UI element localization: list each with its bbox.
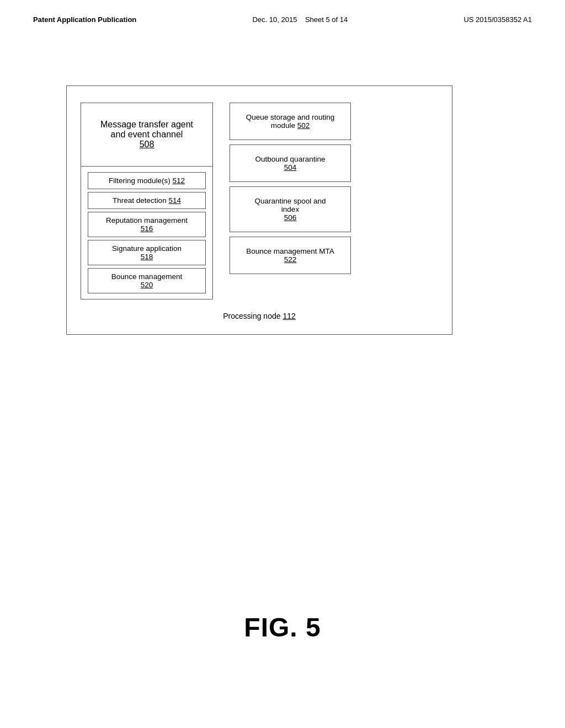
page-header: Patent Application Publication Dec. 10, … (0, 0, 565, 24)
quarantine-line1: Quarantine spool and (254, 197, 326, 205)
queue-storage-box: Queue storage and routing module 502 (230, 103, 351, 140)
bounce-left-number: 520 (141, 281, 153, 289)
filtering-module-box: Filtering module(s) 512 (88, 172, 206, 189)
mta-line1: Message transfer agent (100, 120, 193, 130)
queue-line2: module (271, 121, 297, 130)
signature-label: Signature application (112, 244, 182, 253)
header-date: Dec. 10, 2015 (252, 15, 297, 24)
threat-number: 514 (168, 196, 181, 205)
queue-number: 502 (297, 121, 310, 130)
message-transfer-agent-box: Message transfer agent and event channel… (81, 103, 212, 167)
signature-number: 518 (141, 253, 153, 261)
reputation-management-box: Reputation management 516 (88, 212, 206, 237)
left-column: Message transfer agent and event channel… (81, 103, 213, 299)
processing-number: 112 (282, 312, 295, 320)
processing-node-label: Processing node 112 (81, 312, 438, 320)
threat-detection-box: Threat detection 514 (88, 192, 206, 209)
filtering-number: 512 (173, 176, 185, 185)
reputation-label: Reputation management (106, 216, 188, 224)
quarantine-line2: index (281, 205, 299, 213)
bounce-management-left-box: Bounce management 520 (88, 268, 206, 293)
outbound-label: Outbound quarantine (255, 155, 326, 163)
mta-line2: and event channel (111, 130, 183, 140)
diagram-inner: Message transfer agent and event channel… (81, 103, 438, 299)
bounce-mta-label: Bounce management MTA (246, 247, 334, 255)
quarantine-number: 506 (284, 213, 297, 222)
processing-label: Processing node (223, 312, 282, 320)
threat-label: Threat detection (113, 196, 168, 205)
left-bottom-section: Filtering module(s) 512 Threat detection… (81, 167, 212, 299)
bounce-left-label: Bounce management (111, 272, 182, 281)
header-patent-number: US 2015/0358352 A1 (463, 15, 532, 24)
outbound-quarantine-box: Outbound quarantine 504 (230, 144, 351, 182)
queue-line1: Queue storage and routing (246, 113, 335, 121)
bounce-management-mta-box: Bounce management MTA 522 (230, 237, 351, 274)
header-date-sheet: Dec. 10, 2015 Sheet 5 of 14 (252, 15, 348, 24)
header-publication-label: Patent Application Publication (33, 15, 136, 24)
outbound-number: 504 (284, 163, 297, 172)
right-column: Queue storage and routing module 502 Out… (230, 103, 351, 274)
signature-application-box: Signature application 518 (88, 240, 206, 265)
bounce-mta-number: 522 (284, 255, 297, 264)
figure-label: FIG. 5 (0, 612, 565, 643)
reputation-number: 516 (141, 224, 153, 233)
filtering-label: Filtering module(s) (109, 176, 173, 185)
quarantine-spool-box: Quarantine spool and index 506 (230, 186, 351, 232)
diagram-container: Message transfer agent and event channel… (66, 85, 452, 335)
header-sheet: Sheet 5 of 14 (305, 15, 348, 24)
mta-number: 508 (140, 140, 154, 149)
